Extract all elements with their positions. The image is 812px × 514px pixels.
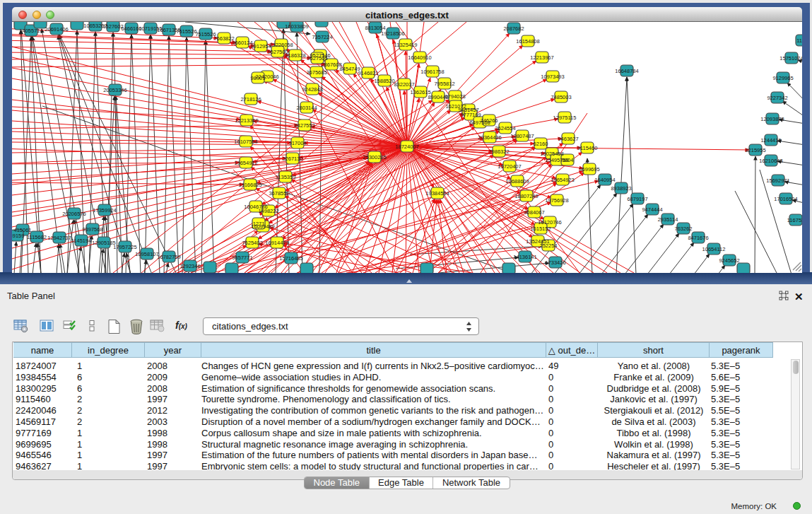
svg-text:7515526: 7515526 (176, 28, 196, 35)
svg-text:98901: 98901 (251, 75, 266, 81)
svg-text:12213369: 12213369 (235, 117, 258, 124)
svg-text:8427552: 8427552 (294, 122, 314, 129)
svg-text:917004: 917004 (288, 140, 306, 146)
svg-text:16914479: 16914479 (265, 240, 288, 246)
svg-text:2867608: 2867608 (321, 62, 341, 68)
svg-text:3678552: 3678552 (269, 190, 289, 197)
svg-text:9242848: 9242848 (302, 86, 322, 93)
svg-text:252254: 252254 (539, 243, 557, 249)
svg-text:8322037: 8322037 (394, 81, 414, 88)
svg-text:9527505: 9527505 (307, 55, 327, 62)
svg-text:23226058: 23226058 (269, 42, 293, 48)
svg-text:9857771: 9857771 (232, 255, 252, 261)
svg-text:20053346: 20053346 (103, 87, 126, 93)
svg-text:7515526: 7515526 (195, 31, 216, 37)
svg-text:1527602: 1527602 (102, 23, 123, 30)
svg-text:8938923: 8938923 (611, 185, 631, 192)
svg-text:1117: 1117 (796, 37, 802, 44)
svg-text:116753: 116753 (787, 217, 802, 223)
svg-text:10958107: 10958107 (135, 251, 158, 257)
svg-text:19756928: 19756928 (545, 197, 568, 204)
svg-text:2803144: 2803144 (296, 105, 317, 111)
svg-text:7485003: 7485003 (551, 94, 571, 100)
svg-text:1588520: 1588520 (374, 78, 394, 84)
svg-text:17359924: 17359924 (93, 207, 116, 214)
svg-text:19654912: 19654912 (234, 160, 257, 166)
svg-text:9084067: 9084067 (524, 209, 544, 216)
svg-text:16210643: 16210643 (759, 158, 782, 164)
svg-text:10688609: 10688609 (505, 178, 529, 185)
svg-text:10025458: 10025458 (540, 151, 563, 157)
svg-text:1135359: 1135359 (276, 174, 296, 180)
svg-text:9699695: 9699695 (579, 166, 599, 173)
svg-text:1498222: 1498222 (258, 208, 278, 214)
svg-text:39159: 39159 (12, 233, 24, 239)
svg-text:9227342: 9227342 (767, 95, 787, 101)
svg-text:7625402: 7625402 (242, 240, 262, 246)
svg-text:19654923: 19654923 (551, 177, 574, 183)
svg-text:25300285: 25300285 (363, 154, 386, 160)
svg-text:1115682: 1115682 (27, 234, 47, 240)
svg-text:12905185: 12905185 (92, 240, 115, 246)
svg-text:16107554: 16107554 (234, 139, 257, 145)
svg-text:9777169: 9777169 (460, 112, 481, 118)
svg-text:8454749: 8454749 (339, 66, 360, 72)
svg-text:15716485: 15716485 (279, 255, 302, 262)
svg-text:9245652: 9245652 (719, 257, 739, 264)
svg-text:1615152: 1615152 (530, 226, 551, 232)
svg-text:17016504: 17016504 (774, 196, 797, 202)
svg-text:2718126: 2718126 (240, 96, 261, 103)
svg-text:12942737: 12942737 (47, 235, 71, 241)
svg-text:11325419: 11325419 (394, 42, 418, 48)
svg-text:15692971: 15692971 (766, 177, 789, 184)
svg-text:10973493: 10973493 (541, 74, 564, 80)
svg-text:9115460: 9115460 (577, 145, 598, 151)
svg-text:6879197: 6879197 (627, 196, 647, 202)
svg-text:17957225: 17957225 (113, 244, 136, 250)
svg-text:763262: 763262 (674, 226, 692, 232)
svg-text:7955812: 7955812 (434, 81, 454, 87)
svg-text:1271: 1271 (253, 221, 265, 227)
svg-text:1145194: 1145194 (71, 238, 92, 244)
svg-text:18807249: 18807249 (514, 193, 538, 199)
svg-text:20206576: 20206576 (62, 211, 86, 217)
svg-text:9397568: 9397568 (82, 226, 102, 233)
svg-text:10961758: 10961758 (420, 69, 444, 75)
svg-text:19384554: 19384554 (425, 190, 449, 197)
svg-text:2087682: 2087682 (503, 25, 524, 32)
svg-text:20364436: 20364436 (478, 134, 501, 141)
svg-text:18724007: 18724007 (395, 144, 418, 150)
svg-text:1244415: 1244415 (760, 137, 781, 144)
svg-text:746266: 746266 (480, 117, 498, 124)
svg-text:12093873: 12093873 (760, 116, 784, 122)
svg-text:12213967: 12213967 (530, 54, 553, 61)
svg-text:9463627: 9463627 (558, 136, 578, 142)
svg-text:1640954: 1640954 (594, 177, 615, 183)
svg-text:9146821: 9146821 (358, 70, 378, 76)
svg-text:14136141: 14136141 (513, 254, 536, 260)
svg-text:8215955: 8215955 (745, 147, 765, 153)
svg-text:20691406: 20691406 (45, 26, 68, 33)
svg-text:12975115: 12975115 (553, 115, 577, 121)
svg-text:19166825: 19166825 (238, 182, 261, 188)
svg-text:7986322: 7986322 (488, 148, 509, 155)
svg-text:1733426: 1733426 (545, 259, 565, 266)
svg-text:16033809: 16033809 (285, 23, 308, 30)
svg-text:3675685: 3675685 (306, 69, 326, 76)
svg-text:14055714: 14055714 (19, 28, 42, 34)
svg-text:3267130: 3267130 (282, 156, 302, 162)
svg-text:15720407: 15720407 (498, 163, 521, 170)
svg-text:9129965: 9129965 (772, 75, 793, 81)
svg-text:9474444: 9474444 (642, 206, 662, 213)
svg-text:2935114: 2935114 (658, 216, 678, 223)
svg-text:19218506: 19218506 (381, 30, 404, 37)
svg-text:15751074: 15751074 (779, 55, 802, 62)
svg-text:7663822: 7663822 (213, 35, 234, 42)
svg-text:62160: 62160 (534, 141, 548, 147)
svg-text:10654112: 10654112 (702, 246, 726, 252)
svg-text:9660124: 9660124 (232, 40, 252, 46)
svg-text:3624554: 3624554 (495, 125, 515, 132)
svg-text:9804: 9804 (562, 157, 574, 163)
svg-text:16782759: 16782759 (157, 254, 180, 260)
svg-text:8471676: 8471676 (688, 235, 708, 241)
